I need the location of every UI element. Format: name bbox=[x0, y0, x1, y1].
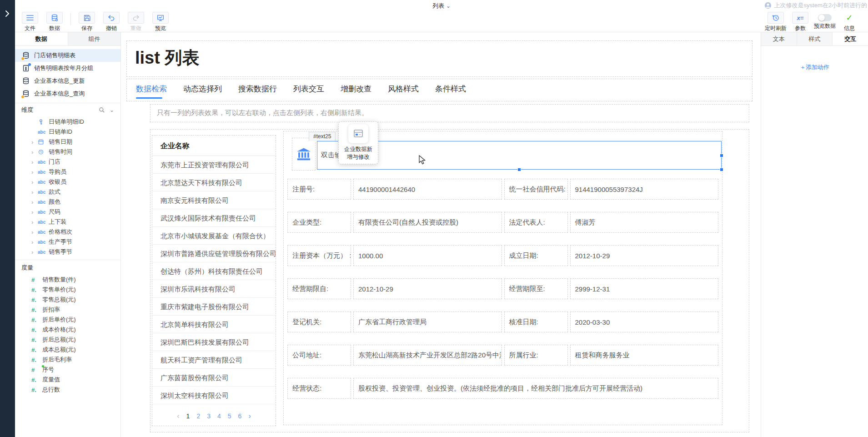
company-row[interactable]: 北京简单科技有限公司 bbox=[152, 316, 276, 333]
tab-search-rows[interactable]: 搜索数据行 bbox=[238, 84, 277, 101]
document-title[interactable]: 列表⌄ bbox=[15, 2, 868, 10]
prev-page-button[interactable]: ‹ bbox=[177, 412, 179, 420]
dimension-item[interactable]: 日销单明细ID bbox=[15, 117, 120, 127]
dataset-item[interactable]: 企业基本信息_查询 bbox=[15, 87, 120, 100]
company-row[interactable]: 深圳市乐讯科技有限公司 bbox=[152, 280, 276, 298]
company-row[interactable]: 航天科工资产管理有限公司 bbox=[152, 351, 276, 369]
expand-caret-icon[interactable]: › bbox=[31, 139, 38, 146]
page-number[interactable]: 3 bbox=[207, 412, 211, 420]
expand-panel-icon[interactable] bbox=[4, 10, 11, 17]
measure-item[interactable]: # 成本总额(元) bbox=[15, 345, 120, 355]
field-label-cell[interactable]: 法定代表人: bbox=[504, 212, 568, 233]
tab-text[interactable]: 文本 bbox=[761, 32, 797, 45]
tab-style[interactable]: 样式 bbox=[797, 32, 833, 45]
field-value-cell[interactable]: 租赁和商务服务业 bbox=[570, 345, 719, 366]
dimension-item[interactable]: › abc 生产季节 bbox=[15, 237, 120, 247]
page-number[interactable]: 2 bbox=[196, 412, 200, 420]
dimension-item[interactable]: › abc 款式 bbox=[15, 187, 120, 197]
dataset-item[interactable]: 企业基本信息_更新 bbox=[15, 75, 120, 87]
measure-item[interactable]: # 销售数量(件) bbox=[15, 275, 120, 285]
tab-conditional-style[interactable]: 条件样式 bbox=[435, 84, 466, 101]
company-row[interactable]: 深圳市普路通供应链管理股份有限公司 bbox=[152, 245, 276, 262]
page-number[interactable]: 5 bbox=[228, 412, 231, 420]
add-action-link[interactable]: ＋添加动作 bbox=[761, 63, 868, 71]
toggle-switch-icon[interactable] bbox=[818, 14, 832, 21]
expand-caret-icon[interactable]: › bbox=[31, 229, 38, 236]
field-value-cell[interactable]: 傅淑芳 bbox=[570, 212, 719, 233]
measure-item[interactable]: # 序号 bbox=[15, 365, 120, 375]
field-value-cell[interactable]: 股权投资、投资管理、创业投资。(依法须经批准的项目，经相关部门批准后方可开展经营… bbox=[353, 378, 718, 399]
expand-caret-icon[interactable]: › bbox=[31, 149, 38, 156]
tab-components[interactable]: 组件 bbox=[68, 32, 121, 45]
description-element[interactable]: 只有一列的列表效果，可以左右联动，点击左侧列表，右侧刷新结果。 bbox=[150, 104, 749, 122]
measure-item[interactable]: # 成本价格(元) bbox=[15, 325, 120, 335]
company-row[interactable]: 深圳巴斯巴科技发展有限公司 bbox=[152, 333, 276, 351]
next-page-button[interactable]: › bbox=[248, 412, 251, 420]
data-button[interactable]: 数据 bbox=[42, 12, 67, 32]
tab-style[interactable]: 风格样式 bbox=[388, 84, 419, 101]
expand-caret-icon[interactable]: › bbox=[31, 209, 38, 216]
resize-handle[interactable] bbox=[720, 154, 723, 157]
dimension-item[interactable]: › abc 尺码 bbox=[15, 207, 120, 217]
scheduled-refresh-button[interactable]: 定时刷新 bbox=[763, 12, 788, 32]
file-button[interactable]: 文件 bbox=[18, 12, 42, 32]
dimension-item[interactable]: abc 日销单ID bbox=[15, 127, 120, 137]
tab-crud[interactable]: 增删改查 bbox=[341, 84, 371, 101]
expand-caret-icon[interactable]: › bbox=[31, 219, 38, 226]
field-label-cell[interactable]: 核准日期: bbox=[504, 311, 568, 332]
measure-item[interactable]: # 折后总额(元) bbox=[15, 335, 120, 345]
bank-icon-element[interactable] bbox=[292, 138, 316, 171]
redo-button[interactable]: 重做 bbox=[124, 12, 148, 32]
field-label-cell[interactable]: 经营状态: bbox=[287, 378, 351, 399]
page-number[interactable]: 6 bbox=[238, 412, 242, 420]
expand-caret-icon[interactable]: › bbox=[31, 239, 38, 246]
page-number[interactable]: 4 bbox=[217, 412, 221, 420]
field-value-cell[interactable]: 2012-10-29 bbox=[353, 278, 502, 299]
preview-button[interactable]: 预览 bbox=[148, 12, 173, 32]
company-row[interactable]: 南京安元科技有限公司 bbox=[152, 191, 276, 209]
dimension-item[interactable]: › 销售日期 bbox=[15, 137, 120, 147]
info-button[interactable]: ✓ 信息 bbox=[837, 12, 862, 32]
dimension-item[interactable]: › abc 颜色 bbox=[15, 197, 120, 207]
expand-caret-icon[interactable]: › bbox=[31, 169, 38, 176]
page-number[interactable]: 1 bbox=[186, 412, 190, 420]
dataset-item[interactable]: 门店销售明细表 bbox=[15, 49, 120, 62]
measure-item[interactable]: # 折后毛利率 bbox=[15, 355, 120, 365]
dataset-item[interactable]: 销售明细表按年月分组 bbox=[15, 62, 120, 75]
dimension-item[interactable]: › 销售时间 bbox=[15, 147, 120, 157]
collapse-chevron-icon[interactable]: ⌄ bbox=[110, 107, 114, 113]
field-label-cell[interactable]: 经营期限自: bbox=[287, 278, 351, 299]
field-value-cell[interactable]: 东莞松山湖高新技术产业开发区总部2路20号中汇世... bbox=[353, 345, 502, 366]
dimension-item[interactable]: › abc 门店 bbox=[15, 157, 120, 167]
field-label-cell[interactable]: 登记机关: bbox=[287, 311, 351, 332]
field-value-cell[interactable]: 441900001442640 bbox=[353, 179, 502, 200]
measure-item[interactable]: # 零售总额(元) bbox=[15, 295, 120, 305]
dimension-item[interactable]: › abc 导购员 bbox=[15, 167, 120, 177]
expand-caret-icon[interactable]: › bbox=[31, 199, 38, 206]
field-value-cell[interactable]: 2020-03-30 bbox=[570, 311, 719, 332]
expand-caret-icon[interactable]: › bbox=[31, 159, 38, 166]
tab-dynamic-columns[interactable]: 动态选择列 bbox=[183, 84, 222, 101]
preview-data-toggle[interactable]: 预览数据 bbox=[813, 12, 837, 30]
field-label-cell[interactable]: 成立日期: bbox=[504, 245, 568, 266]
company-row[interactable]: 重庆市紫建电子股份有限公司 bbox=[152, 298, 276, 316]
tab-interaction[interactable]: 交互 bbox=[832, 32, 868, 45]
field-label-cell[interactable]: 注册资本（万元）： bbox=[287, 245, 351, 266]
company-row[interactable]: 北京慧达天下科技有限公司 bbox=[152, 174, 276, 191]
company-row[interactable]: 东莞市上正投资管理有限公司 bbox=[152, 156, 276, 174]
expand-caret-icon[interactable]: › bbox=[31, 179, 38, 186]
field-value-cell[interactable]: 1000.00 bbox=[353, 245, 502, 266]
measure-item[interactable]: # 折扣率 bbox=[15, 305, 120, 315]
measure-item[interactable]: # 零售单价(元) bbox=[15, 285, 120, 295]
undo-button[interactable]: 撤销 bbox=[99, 12, 124, 32]
measure-item[interactable]: # 总行数 bbox=[15, 385, 120, 395]
tab-list-interaction[interactable]: 列表交互 bbox=[293, 84, 324, 101]
expand-caret-icon[interactable]: › bbox=[31, 249, 38, 256]
measure-item[interactable]: # 折后单价(元) bbox=[15, 315, 120, 325]
field-label-cell[interactable]: 统一社会信用代码: bbox=[504, 179, 568, 200]
company-row[interactable]: 武汉烽火国际技术有限责任公司 bbox=[152, 209, 276, 227]
parameters-button[interactable]: x= 参数 bbox=[788, 12, 813, 32]
field-value-cell[interactable]: 广东省工商行政管理局 bbox=[353, 311, 502, 332]
expand-caret-icon[interactable]: › bbox=[31, 189, 38, 196]
field-value-cell[interactable]: 2999-12-31 bbox=[570, 278, 719, 299]
